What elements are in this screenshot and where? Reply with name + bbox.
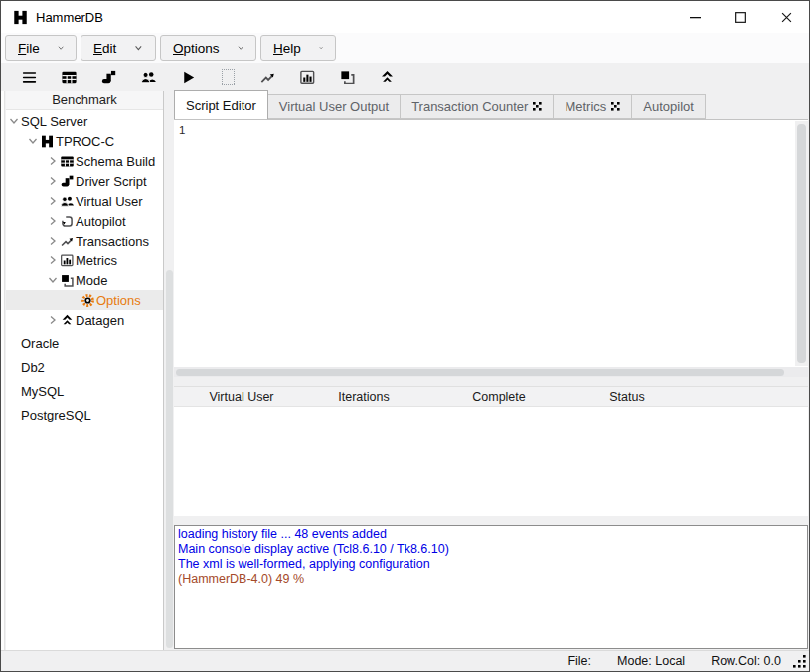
- stop-dashed-box-icon: [222, 69, 235, 85]
- column-header-status[interactable]: Status: [609, 390, 644, 404]
- editor-vertical-scrollbar[interactable]: [795, 121, 808, 366]
- tree-item-sql-server[interactable]: SQL Server: [6, 111, 163, 131]
- toolbar-transactions-button[interactable]: [247, 64, 287, 90]
- toolbar-menu-button[interactable]: [9, 64, 49, 90]
- toolbar-schema-build-button[interactable]: [49, 64, 88, 90]
- tree-item-options[interactable]: Options: [6, 290, 163, 310]
- toolbar-metrics-button[interactable]: [287, 64, 327, 90]
- toolbar-run-button[interactable]: [168, 64, 208, 90]
- tree-item-label: PostgreSQL: [21, 408, 91, 422]
- benchmark-header[interactable]: Benchmark: [6, 91, 163, 110]
- hamburger-menu-icon: [21, 69, 38, 85]
- schema-table-icon: [61, 69, 78, 85]
- toolbar-driver-script-button[interactable]: [88, 64, 128, 90]
- chevron-right-icon[interactable]: [48, 155, 60, 167]
- tree-item-mode[interactable]: Mode: [6, 270, 163, 290]
- transactions-trend-icon: [60, 234, 75, 249]
- toolbar-stop-button[interactable]: [208, 64, 247, 90]
- chevron-down-icon: [319, 44, 323, 52]
- toolbar-mode-button[interactable]: [327, 64, 367, 90]
- chevron-down-icon[interactable]: [9, 115, 21, 127]
- run-play-icon: [180, 69, 197, 85]
- column-header-complete[interactable]: Complete: [472, 390, 526, 404]
- editor-horizontal-scrollbar[interactable]: [174, 367, 808, 377]
- tab-label: Virtual User Output: [279, 99, 389, 114]
- maximize-icon: [735, 12, 746, 23]
- tab-metrics[interactable]: Metrics: [554, 94, 632, 119]
- close-button[interactable]: [763, 1, 809, 33]
- chevron-right-icon[interactable]: [48, 215, 60, 227]
- tree-item-tproc-c[interactable]: TPROC-C: [6, 131, 163, 151]
- status-rowcol: Row.Col: 0.0: [711, 654, 781, 668]
- sidebar-scrollbar[interactable]: [165, 91, 174, 650]
- toolbar-datagen-button[interactable]: [367, 64, 406, 90]
- hammerdb-window: HammerDB File Edit Options Help: [0, 0, 810, 672]
- tree-item-oracle[interactable]: Oracle: [6, 332, 163, 354]
- virtual-users-icon: [140, 69, 157, 85]
- chevron-down-icon[interactable]: [48, 274, 60, 286]
- tree-item-schema-build[interactable]: Schema Build: [6, 151, 163, 171]
- tab-virtual-user-output[interactable]: Virtual User Output: [268, 94, 401, 119]
- menu-edit-label: Edit: [93, 41, 116, 56]
- tree-item-label: Driver Script: [76, 174, 147, 189]
- notebook-tabs: Script Editor Virtual User Output Transa…: [174, 90, 808, 119]
- chevron-right-icon[interactable]: [48, 195, 60, 207]
- hammerdb-logo-icon: [40, 134, 55, 149]
- main-panel: Script Editor Virtual User Output Transa…: [174, 91, 808, 650]
- tree-item-label: Options: [96, 293, 141, 308]
- console-output: loading history file ... 48 events added…: [174, 525, 808, 649]
- status-file: File:: [567, 654, 591, 668]
- tab-autopilot[interactable]: Autopilot: [632, 94, 706, 119]
- tree-item-virtual-user[interactable]: Virtual User: [6, 191, 163, 211]
- menu-file[interactable]: File: [5, 35, 77, 61]
- chevron-right-icon[interactable]: [48, 254, 60, 266]
- sidebar-left-scrollbar[interactable]: [1, 91, 5, 650]
- virtual-user-table-body[interactable]: [174, 407, 808, 516]
- tree-item-metrics[interactable]: Metrics: [6, 251, 163, 270]
- tree-item-mysql[interactable]: MySQL: [6, 380, 163, 402]
- editor-vertical-scrollbar-thumb[interactable]: [797, 124, 806, 363]
- tab-transaction-counter[interactable]: Transaction Counter: [401, 94, 554, 119]
- sidebar-scrollbar-thumb[interactable]: [166, 270, 173, 648]
- tab-script-editor[interactable]: Script Editor: [174, 90, 268, 119]
- chevron-spacer: [9, 385, 21, 397]
- chevron-right-icon[interactable]: [48, 175, 60, 187]
- column-header-iterations[interactable]: Iterations: [338, 390, 389, 404]
- chevron-right-icon[interactable]: [48, 235, 60, 247]
- toolbar-virtual-user-button[interactable]: [128, 64, 168, 90]
- transactions-trend-icon: [259, 69, 276, 85]
- script-editor[interactable]: 1: [174, 119, 808, 367]
- minimize-icon: [690, 12, 701, 23]
- tree-item-label: Schema Build: [76, 154, 155, 169]
- status-mode: Mode: Local: [617, 654, 685, 668]
- chevron-spacer: [9, 361, 21, 373]
- tree-item-label: Virtual User: [76, 194, 143, 209]
- menu-options[interactable]: Options: [160, 35, 256, 61]
- tree-item-db2[interactable]: Db2: [6, 356, 163, 378]
- resize-grip-icon[interactable]: [792, 654, 806, 668]
- schema-table-icon: [60, 154, 75, 169]
- tree-item-driver-script[interactable]: Driver Script: [6, 171, 163, 191]
- menu-help[interactable]: Help: [260, 35, 336, 61]
- editor-horizontal-scrollbar-thumb[interactable]: [176, 369, 784, 376]
- driver-script-icon: [60, 174, 75, 189]
- menu-edit[interactable]: Edit: [81, 35, 156, 61]
- tree-item-postgresql[interactable]: PostgreSQL: [6, 404, 163, 425]
- metrics-bar-chart-icon: [60, 253, 75, 268]
- virtual-users-icon: [60, 194, 75, 209]
- tree-item-datagen[interactable]: Datagen: [6, 310, 163, 330]
- menu-file-label: File: [18, 41, 40, 56]
- chevron-down-icon[interactable]: [28, 135, 40, 147]
- minimize-button[interactable]: [672, 1, 718, 33]
- console-line: loading history file ... 48 events added: [178, 527, 804, 542]
- detach-window-icon: [611, 102, 620, 111]
- chevron-right-icon[interactable]: [48, 314, 60, 326]
- column-header-virtual-user[interactable]: Virtual User: [209, 390, 273, 404]
- tree-item-label: Metrics: [76, 253, 117, 268]
- tree-item-transactions[interactable]: Transactions: [6, 231, 163, 251]
- maximize-button[interactable]: [718, 1, 763, 33]
- console-line: The xml is well-formed, applying configu…: [178, 557, 804, 572]
- virtual-user-table-header: Virtual User Iterations Complete Status: [174, 386, 808, 407]
- tree-item-autopilot[interactable]: Autopilot: [6, 211, 163, 231]
- tab-label: Autopilot: [643, 99, 694, 114]
